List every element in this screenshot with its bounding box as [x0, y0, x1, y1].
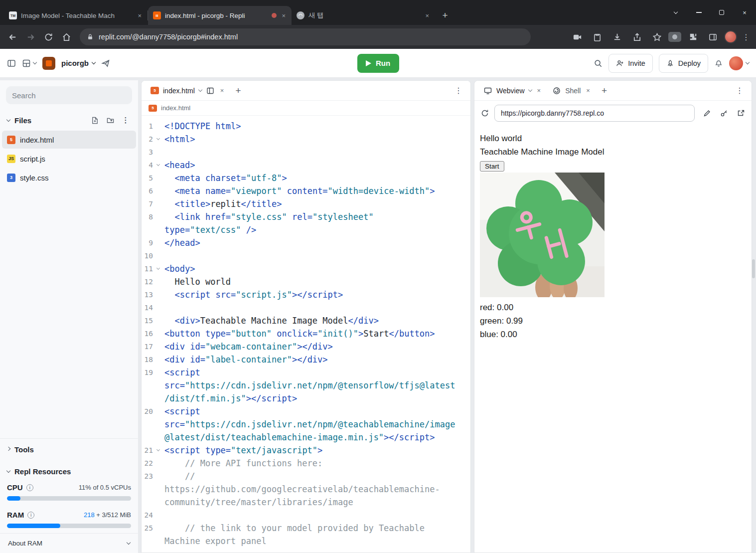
files-menu-icon[interactable]: ⋮	[120, 115, 131, 126]
file-item-script-js[interactable]: JS script.js	[2, 150, 136, 168]
clipboard-icon[interactable]	[589, 28, 605, 45]
code-line[interactable]: 15 <div>Teachable Machine Image Model</d…	[142, 314, 470, 327]
browser-tab-replit-active[interactable]: ⠶ index.html - picorgb - Repli ×	[148, 6, 292, 25]
code-line[interactable]: 22 // More API functions here:	[142, 457, 470, 470]
code-line[interactable]: 6 <meta name="viewport" content="width=d…	[142, 184, 470, 197]
line-gutter[interactable]: 16	[142, 327, 164, 340]
devtools-key-icon[interactable]	[720, 109, 729, 118]
line-gutter[interactable]: 25	[142, 522, 164, 548]
search-input[interactable]	[6, 86, 132, 104]
side-panel-icon[interactable]	[704, 28, 721, 45]
line-gutter[interactable]: 18	[142, 353, 164, 366]
start-button[interactable]: Start	[480, 161, 504, 172]
webview-pane-menu-icon[interactable]: ⋮	[733, 86, 747, 95]
code-line[interactable]: 18<div id="label-container"></div>	[142, 353, 470, 366]
code-line[interactable]: 16<button type="button" onclick="init()"…	[142, 327, 470, 340]
close-tab-icon[interactable]: ×	[137, 12, 143, 19]
new-tab-button[interactable]: +	[438, 8, 452, 22]
code-line[interactable]: 8 <link href="style.css" rel="stylesheet…	[142, 210, 470, 236]
code-line[interactable]: 20<script src="https://cdn.jsdelivr.net/…	[142, 405, 470, 444]
tools-section-header[interactable]: Tools	[0, 438, 138, 460]
notifications-bell-icon[interactable]	[714, 59, 723, 68]
project-name[interactable]: picorgb	[61, 59, 95, 67]
code-line[interactable]: 10	[142, 249, 470, 262]
line-gutter[interactable]: 9	[142, 236, 164, 249]
line-gutter[interactable]: 17	[142, 340, 164, 353]
line-gutter[interactable]: 7	[142, 197, 164, 210]
share-icon[interactable]	[628, 28, 645, 45]
code-line[interactable]: 2<html>	[142, 133, 470, 146]
browser-profile-avatar[interactable]	[724, 30, 737, 43]
chevron-down-icon[interactable]	[198, 88, 202, 92]
line-gutter[interactable]: 19	[142, 366, 164, 405]
close-webview-tab-icon[interactable]: ×	[536, 87, 543, 94]
code-line[interactable]: 9</head>	[142, 236, 470, 249]
code-line[interactable]: 23 // https://github.com/googlecreativel…	[142, 470, 470, 509]
screenshot-extension-icon[interactable]	[668, 32, 681, 42]
address-bar[interactable]: replit.com/@danny7758/picorgb#index.html	[80, 28, 531, 45]
back-icon[interactable]	[4, 28, 21, 45]
close-editor-tab-icon[interactable]: ×	[219, 87, 226, 94]
code-line[interactable]: 21<script type="text/javascript">	[142, 444, 470, 457]
edit-url-pencil-icon[interactable]	[703, 109, 712, 118]
fold-chevron-icon[interactable]	[156, 448, 160, 451]
about-ram-row[interactable]: About RAM	[0, 533, 138, 553]
minimize-button[interactable]	[687, 0, 710, 25]
account-menu[interactable]	[729, 56, 749, 70]
file-item-index-html[interactable]: 5 index.html	[2, 131, 136, 149]
code-line[interactable]: 19<script src="https://cdn.jsdelivr.net/…	[142, 366, 470, 405]
line-gutter[interactable]: 11	[142, 262, 164, 275]
deploy-button[interactable]: Deploy	[659, 54, 708, 73]
code-line[interactable]: 5 <meta charset="utf-8">	[142, 172, 470, 184]
info-icon[interactable]: i	[26, 484, 33, 491]
copy-link-icon[interactable]	[101, 59, 110, 68]
repl-resources-header[interactable]: Repl Resources	[0, 460, 138, 482]
code-line[interactable]: 7 <title>replit</title>	[142, 197, 470, 210]
chevron-down-icon[interactable]	[528, 88, 532, 92]
shell-tab[interactable]: Shell ×	[548, 81, 596, 101]
code-line[interactable]: 11<body>	[142, 262, 470, 275]
fold-chevron-icon[interactable]	[156, 266, 160, 270]
line-gutter[interactable]: 21	[142, 444, 164, 457]
workspace-layout-icon[interactable]	[22, 59, 36, 68]
sidebar-toggle-icon[interactable]	[7, 59, 16, 68]
line-gutter[interactable]: 13	[142, 288, 164, 301]
line-gutter[interactable]: 2	[142, 133, 164, 146]
line-gutter[interactable]: 24	[142, 509, 164, 522]
code-line[interactable]: 24	[142, 509, 470, 522]
close-tab-icon[interactable]: ×	[281, 12, 287, 19]
editor-tab-index-html[interactable]: 5 index.html ×	[147, 81, 229, 101]
file-item-style-css[interactable]: 3 style.css	[2, 169, 136, 186]
line-gutter[interactable]: 6	[142, 184, 164, 197]
run-button[interactable]: Run	[357, 54, 399, 73]
new-file-icon[interactable]	[89, 115, 100, 126]
forward-icon[interactable]	[22, 28, 39, 45]
close-shell-tab-icon[interactable]: ×	[585, 87, 592, 94]
search-icon[interactable]	[594, 59, 603, 68]
tab-search-icon[interactable]	[664, 0, 687, 25]
new-editor-tab-icon[interactable]: +	[231, 85, 245, 96]
code-line[interactable]: 25 // the link to your model provided by…	[142, 522, 470, 548]
new-folder-icon[interactable]	[105, 115, 116, 126]
line-gutter[interactable]: 22	[142, 457, 164, 470]
code-line[interactable]: 3	[142, 146, 470, 159]
open-external-icon[interactable]	[737, 109, 746, 118]
tab-capture-icon[interactable]	[569, 28, 586, 45]
code-area[interactable]: 1<!DOCTYPE html>2<html>34<head>5 <meta c…	[142, 116, 470, 553]
fold-chevron-icon[interactable]	[156, 163, 160, 166]
code-line[interactable]: 14	[142, 301, 470, 314]
line-gutter[interactable]: 23	[142, 470, 164, 509]
webview-reload-icon[interactable]	[480, 109, 489, 118]
line-gutter[interactable]: 20	[142, 405, 164, 444]
line-gutter[interactable]: 12	[142, 275, 164, 288]
close-window-button[interactable]: ×	[733, 0, 756, 25]
download-icon[interactable]	[608, 28, 625, 45]
line-gutter[interactable]: 4	[142, 159, 164, 172]
invite-button[interactable]: Invite	[608, 54, 653, 73]
code-line[interactable]: 12 Hello world	[142, 275, 470, 288]
bookmark-star-icon[interactable]	[648, 28, 665, 45]
info-icon[interactable]: i	[27, 512, 34, 519]
breadcrumb[interactable]: 5 index.html	[142, 101, 470, 116]
code-line[interactable]: 1<!DOCTYPE html>	[142, 120, 470, 133]
editor-preview-icon[interactable]	[206, 86, 215, 95]
